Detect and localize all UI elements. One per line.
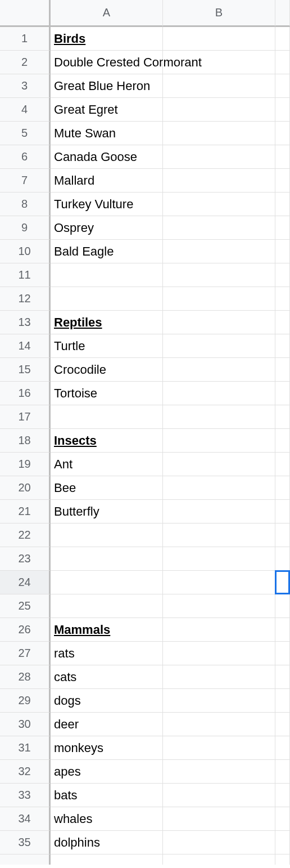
cell-b7[interactable] (163, 169, 275, 193)
cell-c7[interactable] (275, 169, 290, 193)
cell-a18[interactable]: Insects (51, 429, 163, 453)
cell-a8[interactable]: Turkey Vulture (51, 193, 163, 216)
cell-b3[interactable] (163, 74, 275, 98)
cell-c21[interactable] (275, 500, 290, 524)
row-header-2[interactable]: 2 (0, 51, 51, 74)
cell-c4[interactable] (275, 98, 290, 122)
cell-a26[interactable]: Mammals (51, 618, 163, 642)
cell-b13[interactable] (163, 311, 275, 334)
cell-c13[interactable] (275, 311, 290, 334)
row-header-32[interactable]: 32 (0, 760, 51, 784)
cell-b24[interactable] (163, 571, 275, 594)
cell-a33[interactable]: bats (51, 784, 163, 807)
column-header-b[interactable]: B (163, 0, 275, 27)
row-header-8[interactable]: 8 (0, 193, 51, 216)
cell-c22[interactable] (275, 524, 290, 547)
cell-a12[interactable] (51, 287, 163, 311)
row-header-26[interactable]: 26 (0, 618, 51, 642)
cell-b22[interactable] (163, 524, 275, 547)
cell-c25[interactable] (275, 594, 290, 618)
cell-b18[interactable] (163, 429, 275, 453)
cell-a21[interactable]: Butterfly (51, 500, 163, 524)
cell-b11[interactable] (163, 263, 275, 287)
cell-c36[interactable] (275, 854, 290, 865)
cell-c8[interactable] (275, 193, 290, 216)
cell-a2[interactable]: Double Crested Cormorant (51, 51, 163, 74)
cell-a7[interactable]: Mallard (51, 169, 163, 193)
cell-b16[interactable] (163, 382, 275, 405)
row-header-5[interactable]: 5 (0, 122, 51, 145)
cell-a9[interactable]: Osprey (51, 216, 163, 240)
cell-a31[interactable]: monkeys (51, 736, 163, 760)
row-header-35[interactable]: 35 (0, 831, 51, 854)
column-header-a[interactable]: A (51, 0, 163, 27)
cell-b36[interactable] (163, 854, 275, 865)
row-header-18[interactable]: 18 (0, 429, 51, 453)
cell-b12[interactable] (163, 287, 275, 311)
cell-a16[interactable]: Tortoise (51, 382, 163, 405)
row-header-23[interactable]: 23 (0, 547, 51, 571)
cell-b26[interactable] (163, 618, 275, 642)
row-header-25[interactable]: 25 (0, 594, 51, 618)
cell-c29[interactable] (275, 689, 290, 713)
row-header-6[interactable]: 6 (0, 145, 51, 169)
cell-b31[interactable] (163, 736, 275, 760)
cell-c15[interactable] (275, 358, 290, 382)
row-header-34[interactable]: 34 (0, 807, 51, 831)
cell-c18[interactable] (275, 429, 290, 453)
cell-b23[interactable] (163, 547, 275, 571)
cell-b15[interactable] (163, 358, 275, 382)
row-header-24[interactable]: 24 (0, 571, 51, 594)
cell-b25[interactable] (163, 594, 275, 618)
cell-a30[interactable]: deer (51, 713, 163, 736)
cell-b5[interactable] (163, 122, 275, 145)
cell-b4[interactable] (163, 98, 275, 122)
row-header-10[interactable]: 10 (0, 240, 51, 263)
cell-b8[interactable] (163, 193, 275, 216)
row-header-14[interactable]: 14 (0, 334, 51, 358)
cell-c12[interactable] (275, 287, 290, 311)
cell-a1[interactable]: Birds (51, 27, 163, 51)
cell-c20[interactable] (275, 476, 290, 500)
cell-b35[interactable] (163, 831, 275, 854)
row-header-7[interactable]: 7 (0, 169, 51, 193)
row-header-21[interactable]: 21 (0, 500, 51, 524)
cell-b1[interactable] (163, 27, 275, 51)
cell-a14[interactable]: Turtle (51, 334, 163, 358)
row-header-27[interactable]: 27 (0, 642, 51, 665)
row-header-22[interactable]: 22 (0, 524, 51, 547)
cell-a19[interactable]: Ant (51, 453, 163, 476)
cell-c17[interactable] (275, 405, 290, 429)
row-header-4[interactable]: 4 (0, 98, 51, 122)
cell-c35[interactable] (275, 831, 290, 854)
cell-b32[interactable] (163, 760, 275, 784)
cell-a6[interactable]: Canada Goose (51, 145, 163, 169)
cell-b21[interactable] (163, 500, 275, 524)
cell-a22[interactable] (51, 524, 163, 547)
cell-b19[interactable] (163, 453, 275, 476)
cell-c9[interactable] (275, 216, 290, 240)
cell-a27[interactable]: rats (51, 642, 163, 665)
cell-a23[interactable] (51, 547, 163, 571)
cell-c28[interactable] (275, 665, 290, 689)
row-header-28[interactable]: 28 (0, 665, 51, 689)
cell-c14[interactable] (275, 334, 290, 358)
cell-a29[interactable]: dogs (51, 689, 163, 713)
cell-a13[interactable]: Reptiles (51, 311, 163, 334)
cell-b27[interactable] (163, 642, 275, 665)
cell-a10[interactable]: Bald Eagle (51, 240, 163, 263)
cell-a36[interactable] (51, 854, 163, 865)
cell-a28[interactable]: cats (51, 665, 163, 689)
row-header-1[interactable]: 1 (0, 27, 51, 51)
cell-a20[interactable]: Bee (51, 476, 163, 500)
row-header-16[interactable]: 16 (0, 382, 51, 405)
cell-a17[interactable] (51, 405, 163, 429)
cell-b34[interactable] (163, 807, 275, 831)
cell-b9[interactable] (163, 216, 275, 240)
cell-b33[interactable] (163, 784, 275, 807)
cell-b6[interactable] (163, 145, 275, 169)
cell-c16[interactable] (275, 382, 290, 405)
cell-a32[interactable]: apes (51, 760, 163, 784)
cell-b10[interactable] (163, 240, 275, 263)
cell-a34[interactable]: whales (51, 807, 163, 831)
